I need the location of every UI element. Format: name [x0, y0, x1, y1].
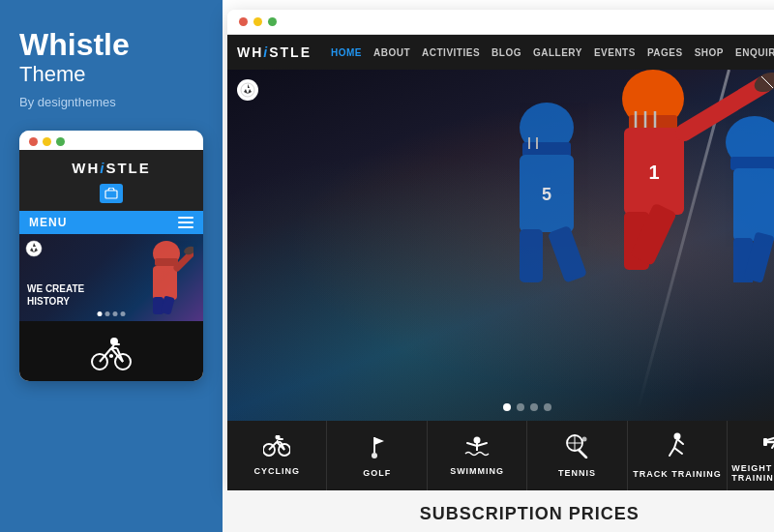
golf-icon: [367, 433, 388, 464]
app-by: By designthemes: [19, 95, 116, 109]
svg-point-62: [372, 453, 377, 458]
mobile-cart-icon[interactable]: [100, 184, 123, 203]
mobile-dot-1[interactable]: [98, 311, 103, 316]
swimming-label: SWIMMING: [450, 466, 504, 476]
svg-text:1: 1: [648, 162, 659, 183]
app-title: Whistle: [19, 29, 130, 60]
svg-line-55: [269, 442, 277, 450]
sport-swimming[interactable]: SWIMMING: [428, 421, 527, 490]
app-subtitle: Theme: [19, 62, 85, 87]
browser-mockup: WHiSTLE HOME ABOUT ACTIVITIES BLOG GALLE…: [227, 10, 774, 490]
hamburger-line-3: [178, 226, 194, 228]
mobile-hero-section: WE CREATE HISTORY: [19, 234, 203, 321]
sport-cycling[interactable]: CYCLING: [227, 421, 327, 490]
mobile-mockup: WHiSTLE MENU: [19, 131, 203, 381]
mobile-cart-area: [19, 184, 203, 211]
svg-rect-30: [520, 229, 543, 282]
svg-line-67: [477, 443, 487, 446]
tennis-icon: [565, 433, 590, 464]
browser-close-dot[interactable]: [239, 17, 248, 26]
svg-point-72: [581, 437, 586, 442]
sport-track-training[interactable]: TRACK TRAINING: [628, 421, 728, 490]
hamburger-icon[interactable]: [178, 217, 194, 228]
mobile-dot-4[interactable]: [121, 311, 126, 316]
mobile-hero-line1: WE CREATE: [27, 282, 84, 295]
close-dot[interactable]: [29, 137, 38, 146]
svg-line-61: [277, 440, 278, 442]
svg-rect-46: [733, 168, 774, 241]
hero-slide-dots: [503, 403, 551, 411]
cycling-icon: [263, 435, 290, 462]
mobile-cycling-section: [19, 321, 203, 381]
svg-line-83: [767, 437, 774, 440]
svg-line-66: [467, 443, 477, 446]
slide-dot-2[interactable]: [517, 403, 524, 411]
nav-gallery[interactable]: GALLERY: [533, 47, 582, 58]
svg-line-75: [670, 448, 674, 456]
subscription-section: SUBSCRIPTION PRICES: [223, 490, 774, 532]
mobile-hero-text: WE CREATE HISTORY: [27, 282, 84, 308]
nav-events[interactable]: EVENTS: [594, 47, 636, 58]
browser-maximize-dot[interactable]: [268, 17, 277, 26]
svg-rect-0: [105, 191, 117, 198]
right-panel: WHiSTLE HOME ABOUT ACTIVITIES BLOG GALLE…: [223, 0, 774, 532]
slide-dot-3[interactable]: [530, 403, 538, 411]
cycling-label: CYCLING: [253, 466, 300, 476]
nav-pages[interactable]: PAGES: [647, 47, 683, 58]
hamburger-line-1: [178, 217, 194, 219]
mobile-logo-i: i: [100, 160, 105, 176]
svg-rect-6: [155, 258, 178, 266]
hero-section: 5: [227, 70, 774, 421]
nav-links: HOME ABOUT ACTIVITIES BLOG GALLERY EVENT…: [331, 45, 774, 60]
tennis-label: TENNIS: [558, 468, 596, 478]
svg-rect-7: [153, 266, 177, 300]
logo-i-char: i: [263, 44, 269, 60]
svg-line-77: [677, 439, 683, 444]
hero-soccer-badge: [237, 79, 258, 101]
left-panel: Whistle Theme By designthemes WHiSTLE ME…: [0, 0, 223, 532]
mobile-hero-dots: [98, 311, 126, 316]
weight-training-label: WEIGHT TRAINING: [731, 463, 774, 483]
nav-about[interactable]: ABOUT: [373, 47, 410, 58]
swimming-icon: [463, 435, 491, 462]
nav-activities[interactable]: ACTIVITIES: [422, 47, 480, 58]
nav-enquiry[interactable]: ENQUIRY: [735, 47, 774, 58]
mobile-dot-2[interactable]: [105, 311, 110, 316]
track-training-icon: [665, 432, 690, 465]
sport-weight-training[interactable]: WEIGHT TRAINING: [728, 421, 774, 490]
mobile-hero-line2: HISTORY: [27, 295, 84, 308]
sports-bar: CYCLING GOLF: [227, 421, 774, 490]
nav-blog[interactable]: BLOG: [491, 47, 521, 58]
mobile-soccer-badge: [25, 240, 43, 261]
subscription-title: SUBSCRIPTION PRICES: [223, 504, 774, 524]
svg-text:5: 5: [542, 185, 551, 204]
nav-shop[interactable]: SHOP: [695, 47, 724, 58]
nav-home[interactable]: HOME: [331, 47, 362, 58]
sport-golf[interactable]: GOLF: [327, 421, 427, 490]
slide-dot-1[interactable]: [503, 403, 511, 411]
track-training-label: TRACK TRAINING: [633, 469, 722, 479]
browser-top-bar: [227, 10, 774, 35]
mobile-menu-label: MENU: [29, 216, 67, 229]
mobile-logo: WHiSTLE: [19, 150, 203, 184]
mobile-dot-3[interactable]: [113, 311, 118, 316]
hero-player-figure: 5: [440, 70, 774, 421]
svg-line-76: [674, 448, 682, 454]
svg-rect-31: [547, 225, 586, 282]
hamburger-line-2: [178, 222, 194, 223]
mobile-menu-bar: MENU: [19, 211, 203, 234]
browser-logo: WHiSTLE: [237, 44, 312, 60]
minimize-dot[interactable]: [43, 137, 51, 146]
golf-label: GOLF: [363, 468, 391, 478]
svg-point-19: [110, 338, 118, 345]
mobile-window-controls: [19, 131, 203, 150]
browser-nav: WHiSTLE HOME ABOUT ACTIVITIES BLOG GALLE…: [227, 35, 774, 70]
slide-dot-4[interactable]: [544, 403, 551, 411]
svg-line-71: [579, 450, 586, 458]
browser-minimize-dot[interactable]: [253, 17, 262, 26]
sport-tennis[interactable]: TENNIS: [527, 421, 627, 490]
maximize-dot[interactable]: [56, 137, 65, 146]
svg-line-74: [674, 439, 677, 448]
weight-training-icon: [762, 429, 774, 459]
svg-rect-45: [730, 157, 774, 170]
